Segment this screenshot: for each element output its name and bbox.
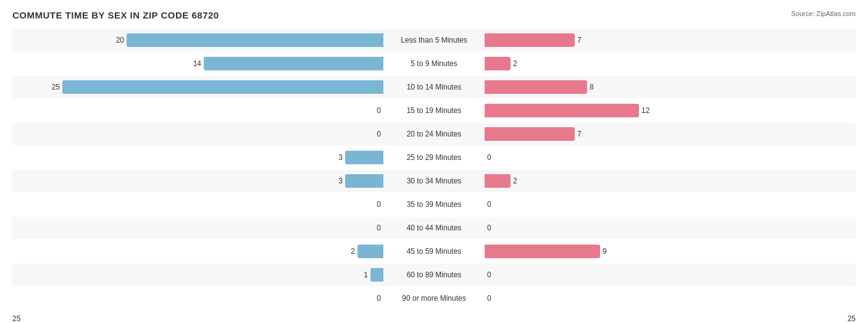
- right-side: 7: [434, 127, 856, 141]
- bar-male: 3: [345, 174, 383, 188]
- bar-male: 14: [204, 57, 383, 70]
- bar-female: 7: [485, 127, 575, 141]
- rows-area: 20 Less than 5 Minutes 7 14 5 to 9 Minut…: [12, 29, 856, 309]
- row-label: 90 or more Minutes: [385, 294, 483, 303]
- male-value: 0: [377, 224, 381, 232]
- table-row: 1 60 to 89 Minutes 0: [12, 264, 856, 286]
- right-side: 7: [434, 33, 856, 47]
- table-row: 20 Less than 5 Minutes 7: [12, 29, 856, 51]
- left-side: 0: [12, 127, 434, 141]
- right-side: 0: [434, 151, 856, 164]
- bar-male: 1: [370, 268, 383, 282]
- axis-row: 25 25: [12, 311, 856, 323]
- female-value: 2: [513, 177, 517, 185]
- male-value: 0: [377, 294, 381, 303]
- row-label: 10 to 14 Minutes: [385, 83, 483, 91]
- female-value: 0: [487, 200, 491, 209]
- row-label: 40 to 44 Minutes: [385, 224, 483, 232]
- right-side: 2: [434, 174, 856, 188]
- right-side: 0: [434, 221, 856, 235]
- right-side: 8: [434, 80, 856, 94]
- bar-female: 2: [485, 174, 511, 188]
- source-label: Source: ZipAtlas.com: [791, 10, 856, 17]
- bar-female: 7: [485, 33, 575, 47]
- female-value: 7: [577, 130, 582, 138]
- row-label: 60 to 89 Minutes: [385, 271, 483, 279]
- bar-female: 12: [485, 104, 639, 117]
- male-value: 25: [52, 83, 60, 91]
- bar-male: 25: [62, 80, 383, 94]
- male-value: 0: [377, 130, 381, 138]
- female-value: 9: [603, 247, 607, 256]
- right-side: 2: [434, 57, 856, 70]
- left-side: 0: [12, 292, 434, 305]
- table-row: 0 20 to 24 Minutes 7: [12, 123, 856, 145]
- male-value: 1: [364, 271, 368, 279]
- row-label: 20 to 24 Minutes: [385, 130, 483, 138]
- female-value: 0: [487, 271, 491, 279]
- left-side: 3: [12, 151, 434, 164]
- table-row: 0 15 to 19 Minutes 12: [12, 99, 856, 122]
- bar-female: 2: [485, 57, 511, 70]
- left-side: 2: [12, 245, 434, 258]
- table-row: 14 5 to 9 Minutes 2: [12, 52, 856, 75]
- female-value: 7: [577, 36, 582, 44]
- male-value: 3: [338, 153, 343, 162]
- right-side: 12: [434, 104, 856, 117]
- male-value: 3: [338, 177, 343, 185]
- female-value: 8: [590, 83, 594, 91]
- table-row: 25 10 to 14 Minutes 8: [12, 76, 856, 98]
- male-value: 0: [377, 200, 381, 209]
- female-value: 0: [487, 294, 491, 303]
- left-side: 0: [12, 221, 434, 235]
- female-value: 0: [487, 224, 491, 232]
- row-label: Less than 5 Minutes: [385, 36, 483, 44]
- male-value: 14: [193, 59, 201, 68]
- right-side: 9: [434, 245, 856, 258]
- male-value: 2: [351, 247, 355, 256]
- left-side: 20: [12, 33, 434, 47]
- left-side: 0: [12, 198, 434, 211]
- table-row: 0 90 or more Minutes 0: [12, 287, 856, 309]
- table-row: 3 30 to 34 Minutes 2: [12, 170, 856, 192]
- row-label: 5 to 9 Minutes: [385, 59, 483, 68]
- row-label: 30 to 34 Minutes: [385, 177, 483, 185]
- male-value: 0: [377, 106, 381, 115]
- axis-right: 25: [848, 314, 856, 323]
- row-label: 15 to 19 Minutes: [385, 106, 483, 115]
- axis-left: 25: [12, 314, 20, 323]
- right-side: 0: [434, 268, 856, 282]
- left-side: 14: [12, 57, 434, 70]
- bar-male: 2: [357, 245, 383, 258]
- chart-container: COMMUTE TIME BY SEX IN ZIP CODE 68720 So…: [12, 10, 856, 323]
- female-value: 0: [487, 153, 491, 162]
- left-side: 1: [12, 268, 434, 282]
- table-row: 2 45 to 59 Minutes 9: [12, 240, 856, 262]
- female-value: 12: [641, 106, 649, 115]
- bar-female: 8: [485, 80, 587, 94]
- right-side: 0: [434, 198, 856, 211]
- left-side: 3: [12, 174, 434, 188]
- female-value: 2: [513, 59, 517, 68]
- left-side: 25: [12, 80, 434, 94]
- bar-male: 20: [127, 33, 383, 47]
- row-label: 45 to 59 Minutes: [385, 247, 483, 256]
- bar-female: 9: [485, 245, 600, 258]
- left-side: 0: [12, 104, 434, 117]
- table-row: 0 35 to 39 Minutes 0: [12, 193, 856, 216]
- right-side: 0: [434, 292, 856, 305]
- table-row: 0 40 to 44 Minutes 0: [12, 217, 856, 239]
- row-label: 35 to 39 Minutes: [385, 200, 483, 209]
- chart-title: COMMUTE TIME BY SEX IN ZIP CODE 68720: [12, 10, 856, 20]
- row-label: 25 to 29 Minutes: [385, 153, 483, 162]
- table-row: 3 25 to 29 Minutes 0: [12, 146, 856, 169]
- male-value: 20: [116, 36, 124, 44]
- bar-male: 3: [345, 151, 383, 164]
